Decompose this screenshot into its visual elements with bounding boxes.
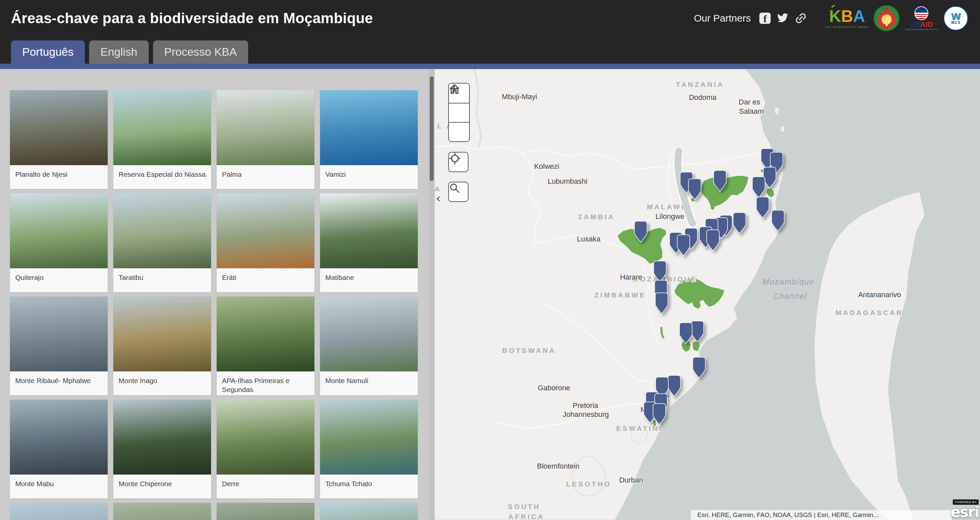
kba-card[interactable]: Planalto de Njesi bbox=[10, 90, 108, 189]
map-label: Pretoria bbox=[573, 401, 598, 410]
map-label: ESWATINI bbox=[616, 424, 663, 432]
card-photo bbox=[217, 297, 314, 372]
card-photo bbox=[10, 90, 108, 165]
partners-label: Our Partners bbox=[694, 13, 751, 24]
kba-logo[interactable]: K B A KEY BIODIVERSITY AREAS bbox=[826, 8, 869, 29]
card-title: Eráti bbox=[217, 268, 314, 292]
kba-card[interactable]: Eráti bbox=[217, 193, 314, 292]
kba-card[interactable]: Reserva Especial do Niassa bbox=[113, 90, 211, 189]
card-photo bbox=[217, 90, 314, 165]
kba-card[interactable]: Palma bbox=[217, 90, 314, 189]
facebook-icon[interactable]: f bbox=[759, 12, 771, 24]
card-photo bbox=[10, 193, 108, 268]
card-photo bbox=[113, 90, 211, 165]
card-photo bbox=[217, 503, 314, 520]
wcs-logo[interactable]: W WCS bbox=[943, 6, 969, 31]
powered-by-esri[interactable]: POWERED BY esri bbox=[947, 498, 979, 519]
panel-scrollbar-thumb[interactable] bbox=[430, 76, 434, 181]
home-button[interactable] bbox=[449, 103, 469, 122]
kba-card[interactable]: Derre bbox=[217, 400, 314, 498]
map-label: LESOTHO bbox=[566, 480, 612, 488]
card-photo bbox=[320, 193, 418, 268]
kba-card[interactable]: Matibane bbox=[320, 193, 418, 292]
card-photo bbox=[320, 90, 418, 165]
map-label: Lubumbashi bbox=[548, 177, 587, 185]
tab-portugu-s[interactable]: Português bbox=[11, 40, 85, 64]
map-label: Durban bbox=[619, 476, 643, 484]
map-label: Antananarivo bbox=[858, 290, 901, 299]
card-title: Monte Inago bbox=[113, 372, 211, 395]
kba-card[interactable] bbox=[320, 503, 418, 520]
locate-button[interactable] bbox=[448, 152, 468, 172]
kba-card[interactable]: Tchuma Tchato bbox=[320, 400, 418, 498]
kba-card[interactable] bbox=[10, 503, 108, 520]
card-photo bbox=[320, 503, 418, 520]
kba-card[interactable] bbox=[217, 503, 314, 520]
map-label: TANZANIA bbox=[676, 81, 724, 88]
island bbox=[775, 107, 779, 115]
card-title: Monte Namuli bbox=[320, 372, 418, 395]
card-photo bbox=[113, 400, 211, 475]
search-button[interactable] bbox=[448, 182, 468, 202]
map-attribution: Esri, HERE, Garmin, FAO, NOAA, USGS | Es… bbox=[691, 510, 951, 520]
tab-processo-kba[interactable]: Processo KBA bbox=[153, 40, 248, 64]
esri-logo: esri bbox=[950, 503, 979, 520]
card-title: Monte Ribàué- Mphalwe bbox=[10, 372, 108, 395]
usaid-logo[interactable]: USAID FROM THE AMERICAN PEOPLE bbox=[905, 6, 938, 30]
map-label: ZAMBIA bbox=[578, 213, 615, 220]
map-label: ZIMBABWE bbox=[594, 291, 646, 299]
page-title: Áreas-chave para a biodiversidade em Moç… bbox=[11, 10, 687, 27]
kba-card[interactable] bbox=[113, 503, 211, 520]
card-photo bbox=[320, 400, 418, 475]
card-photo bbox=[113, 297, 211, 372]
card-photo bbox=[217, 400, 314, 475]
kba-card[interactable]: APA-Ilhas Primeiras e Segundas bbox=[217, 297, 314, 395]
usaid-seal-icon bbox=[915, 6, 928, 20]
kba-card[interactable]: Monte Inago bbox=[113, 297, 211, 395]
map-label: BOTSWANA bbox=[502, 346, 556, 354]
zoom-out-button[interactable] bbox=[449, 122, 469, 141]
collapse-panel-chevron[interactable]: ‹ bbox=[435, 191, 442, 205]
mozambique-emblem-logo[interactable]: ★ ✦ bbox=[873, 5, 899, 31]
map-label: Lusaka bbox=[577, 235, 601, 243]
card-title: Monte Mabu bbox=[10, 475, 108, 498]
card-photo bbox=[113, 193, 211, 268]
card-title: Matibane bbox=[320, 268, 418, 292]
card-title: Monte Chiperone bbox=[113, 475, 211, 498]
twitter-icon[interactable] bbox=[776, 12, 789, 24]
kba-card[interactable]: Vamizi bbox=[320, 90, 418, 189]
map-label: Dodoma bbox=[689, 93, 717, 102]
kba-card[interactable]: Quiterajo bbox=[10, 193, 108, 292]
card-title: Derre bbox=[217, 475, 314, 498]
kba-card[interactable]: Monte Ribàué- Mphalwe bbox=[10, 297, 108, 395]
map-canvas[interactable]: TANZANIAZAMBIAMALAWIMOZAMBIQUEZIMBABWEBO… bbox=[435, 69, 980, 520]
map-label: Harare bbox=[620, 273, 642, 281]
zoom-control-group bbox=[448, 83, 470, 142]
card-grid: Planalto de NjesiReserva Especial do Nia… bbox=[0, 69, 435, 520]
card-photo bbox=[10, 503, 108, 520]
tab-english[interactable]: English bbox=[89, 40, 149, 64]
card-photo bbox=[10, 400, 108, 475]
map-label: Gaborone bbox=[538, 384, 570, 392]
card-photo bbox=[217, 193, 314, 268]
card-title: Reserva Especial do Niassa bbox=[113, 165, 211, 189]
card-title: Vamizi bbox=[320, 165, 418, 189]
panel-scrollbar[interactable] bbox=[429, 69, 435, 520]
map-label: Dar es bbox=[739, 98, 760, 106]
map[interactable]: TANZANIAZAMBIAMALAWIMOZAMBIQUEZIMBABWEBO… bbox=[435, 69, 980, 520]
map-label: Kolwezi bbox=[534, 162, 559, 171]
card-title: Planalto de Njesi bbox=[10, 165, 108, 189]
card-photo bbox=[113, 503, 211, 520]
card-title: Tchuma Tchato bbox=[320, 475, 418, 498]
card-photo bbox=[320, 297, 418, 372]
kba-card[interactable]: Monte Mabu bbox=[10, 400, 108, 498]
header-partner-area: Our Partners f K B A KEY BIODIVERSITY AR… bbox=[694, 5, 969, 31]
kba-card[interactable]: Monte Namuli bbox=[320, 297, 418, 395]
map-label: Lilongwe bbox=[655, 212, 684, 220]
kba-card[interactable]: Monte Chiperone bbox=[113, 400, 211, 498]
kba-card[interactable]: Taratibu bbox=[113, 193, 211, 292]
link-icon[interactable] bbox=[794, 12, 807, 24]
map-label: Johannesburg bbox=[563, 410, 609, 418]
map-label: Bloemfontein bbox=[537, 462, 579, 470]
map-label: AFRICA bbox=[508, 513, 544, 520]
